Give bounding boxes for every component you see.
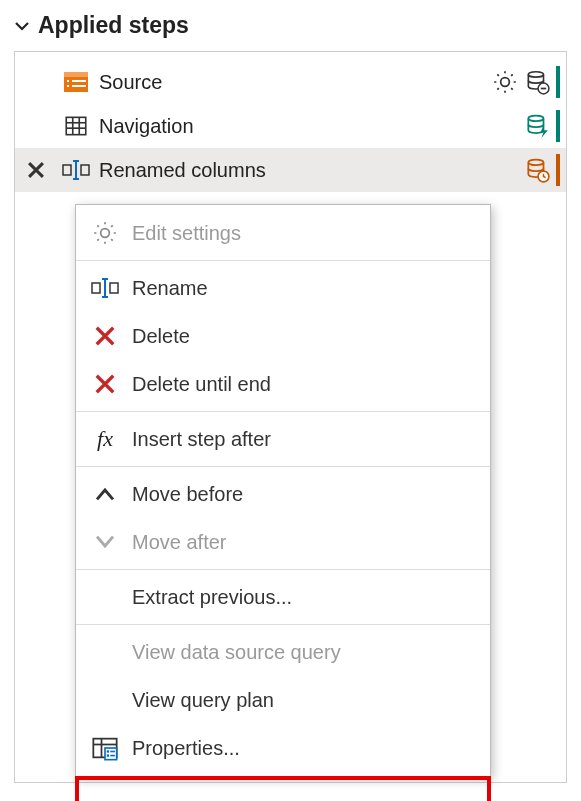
menu-label: View query plan [132, 689, 274, 712]
applied-steps-panel: Source [14, 51, 567, 783]
gear-icon [88, 220, 122, 246]
menu-label: Delete until end [132, 373, 271, 396]
menu-move-before[interactable]: Move before [76, 470, 490, 518]
db-bolt-icon [524, 113, 550, 139]
svg-rect-1 [64, 72, 88, 77]
svg-point-18 [528, 160, 543, 165]
context-menu: Edit settings Rename Delete [75, 204, 491, 777]
step-label: Source [99, 71, 486, 94]
section-title: Applied steps [38, 12, 189, 39]
step-label: Navigation [99, 115, 518, 138]
step-source[interactable]: Source [15, 60, 566, 104]
separator [76, 624, 490, 625]
menu-move-after: Move after [76, 518, 490, 566]
step-navigation[interactable]: Navigation [15, 104, 566, 148]
svg-rect-27 [107, 750, 109, 752]
rename-icon [59, 159, 93, 181]
svg-rect-20 [92, 283, 100, 293]
fx-icon: fx [88, 426, 122, 452]
gear-icon[interactable] [492, 69, 518, 95]
chevron-up-icon [88, 486, 122, 502]
x-red-icon [88, 373, 122, 395]
menu-label: Properties... [132, 737, 240, 760]
status-bar [556, 66, 560, 98]
menu-properties[interactable]: Properties... [76, 724, 490, 772]
svg-rect-21 [110, 283, 118, 293]
step-renamed-columns[interactable]: Renamed columns [15, 148, 566, 192]
menu-rename[interactable]: Rename [76, 264, 490, 312]
rename-icon [88, 277, 122, 299]
chevron-down-icon [14, 18, 30, 34]
menu-insert-step-after[interactable]: fx Insert step after [76, 415, 490, 463]
menu-label: Delete [132, 325, 190, 348]
svg-rect-9 [66, 117, 86, 134]
chevron-down-icon [88, 534, 122, 550]
menu-label: Move after [132, 531, 226, 554]
menu-edit-settings: Edit settings [76, 209, 490, 257]
svg-rect-26 [105, 748, 117, 760]
applied-steps-header[interactable]: Applied steps [14, 8, 567, 51]
db-minus-icon [524, 69, 550, 95]
table-icon [59, 113, 93, 139]
menu-delete-until-end[interactable]: Delete until end [76, 360, 490, 408]
menu-extract-previous[interactable]: Extract previous... [76, 573, 490, 621]
status-bar [556, 154, 560, 186]
menu-delete[interactable]: Delete [76, 312, 490, 360]
db-clock-icon [524, 157, 550, 183]
step-label: Renamed columns [99, 159, 518, 182]
menu-view-query-plan[interactable]: View query plan [76, 676, 490, 724]
menu-label: Rename [132, 277, 208, 300]
menu-label: View data source query [132, 641, 341, 664]
menu-view-data-source-query: View data source query [76, 628, 490, 676]
menu-label: Insert step after [132, 428, 271, 451]
status-bar [556, 110, 560, 142]
svg-rect-16 [81, 165, 89, 175]
separator [76, 411, 490, 412]
separator [76, 466, 490, 467]
menu-label: Move before [132, 483, 243, 506]
properties-icon [88, 735, 122, 761]
x-red-icon [88, 325, 122, 347]
svg-point-6 [528, 72, 543, 77]
svg-rect-15 [63, 165, 71, 175]
separator [76, 260, 490, 261]
separator [76, 569, 490, 570]
highlight-outline [75, 776, 491, 801]
svg-point-14 [528, 116, 543, 121]
menu-label: Extract previous... [132, 586, 292, 609]
svg-rect-28 [107, 754, 109, 756]
delete-step-button[interactable] [19, 159, 53, 181]
source-icon [59, 68, 93, 96]
menu-label: Edit settings [132, 222, 241, 245]
